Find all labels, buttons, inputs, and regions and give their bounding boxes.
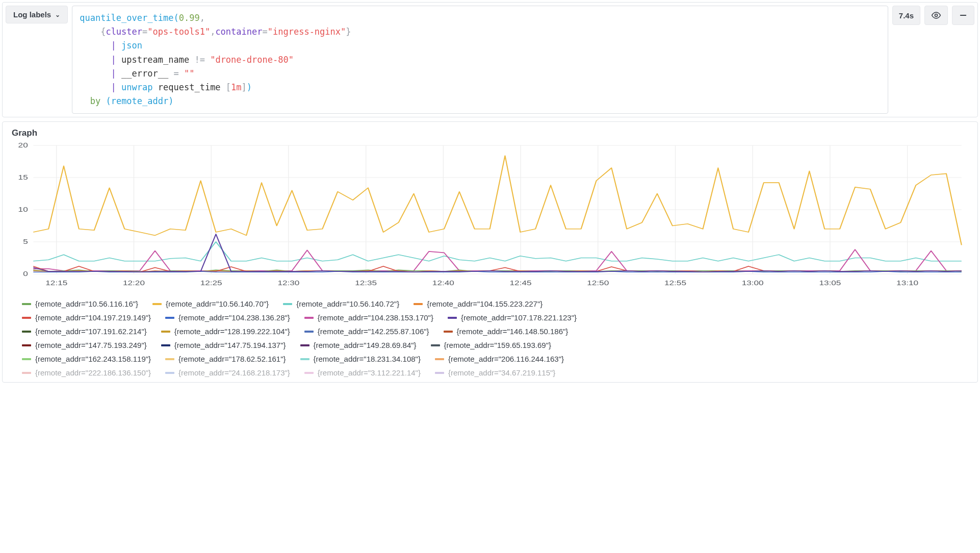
legend-label: {remote_addr="206.116.244.163"} — [448, 355, 564, 363]
legend-swatch — [300, 358, 310, 360]
legend-swatch — [152, 303, 162, 305]
legend-item[interactable]: {remote_addr="159.65.193.69"} — [431, 341, 551, 349]
legend-swatch — [161, 344, 170, 346]
svg-text:13:00: 13:00 — [742, 279, 764, 287]
legend-swatch — [22, 344, 31, 346]
legend-swatch — [300, 344, 310, 346]
legend-swatch — [22, 303, 31, 305]
remove-query-button[interactable] — [952, 6, 974, 25]
svg-text:15: 15 — [18, 173, 28, 181]
legend-swatch — [444, 331, 453, 333]
legend-swatch — [165, 317, 174, 319]
svg-text:20: 20 — [18, 141, 28, 149]
minus-icon — [959, 11, 968, 20]
legend-item[interactable]: {remote_addr="222.186.136.150"} — [22, 368, 151, 377]
legend-item[interactable]: {remote_addr="147.75.194.137"} — [161, 341, 286, 349]
legend-label: {remote_addr="107.178.221.123"} — [461, 313, 577, 322]
svg-text:12:45: 12:45 — [510, 279, 532, 287]
legend-row: {remote_addr="104.197.219.149"}{remote_a… — [22, 313, 968, 322]
legend-item[interactable]: {remote_addr="104.238.136.28"} — [165, 313, 290, 322]
svg-text:0: 0 — [23, 270, 28, 278]
legend-swatch — [165, 372, 174, 374]
toggle-visibility-button[interactable] — [924, 6, 948, 25]
legend-label: {remote_addr="34.67.219.115"} — [448, 368, 555, 377]
legend-item[interactable]: {remote_addr="107.178.221.123"} — [448, 313, 577, 322]
log-labels-text: Log labels — [13, 10, 51, 19]
legend-label: {remote_addr="149.28.69.84"} — [314, 341, 417, 349]
legend-swatch — [22, 358, 31, 360]
graph-panel: Graph 0510152012:1512:2012:2512:3012:351… — [2, 121, 978, 383]
legend-item[interactable]: {remote_addr="178.62.52.161"} — [165, 355, 286, 363]
legend-label: {remote_addr="18.231.34.108"} — [314, 355, 421, 363]
legend-item[interactable]: {remote_addr="107.191.62.214"} — [22, 327, 147, 336]
query-time-badge: 7.4s — [892, 6, 920, 25]
legend-item[interactable]: {remote_addr="104.155.223.227"} — [414, 299, 543, 308]
graph-title: Graph — [12, 128, 968, 138]
legend-row: {remote_addr="222.186.136.150"}{remote_a… — [22, 368, 968, 377]
legend-label: {remote_addr="147.75.193.249"} — [35, 341, 147, 349]
chevron-down-icon: ⌄ — [55, 11, 60, 18]
svg-text:12:30: 12:30 — [277, 279, 299, 287]
legend-item[interactable]: {remote_addr="142.255.87.106"} — [304, 327, 429, 336]
legend-item[interactable]: {remote_addr="10.56.116.16"} — [22, 299, 138, 308]
legend-item[interactable]: {remote_addr="162.243.158.119"} — [22, 355, 151, 363]
svg-text:12:50: 12:50 — [587, 279, 609, 287]
query-editor-panel: Log labels ⌄ quantile_over_time(0.99, {c… — [2, 2, 978, 117]
query-time-text: 7.4s — [899, 11, 914, 20]
legend-label: {remote_addr="128.199.222.104"} — [174, 327, 290, 336]
eye-icon — [931, 10, 941, 20]
legend-item[interactable]: {remote_addr="3.112.221.14"} — [304, 368, 421, 377]
svg-text:13:10: 13:10 — [896, 279, 918, 287]
legend-item[interactable]: {remote_addr="128.199.222.104"} — [161, 327, 290, 336]
legend-item[interactable]: {remote_addr="24.168.218.173"} — [165, 368, 290, 377]
legend-label: {remote_addr="142.255.87.106"} — [318, 327, 429, 336]
legend-swatch — [22, 331, 31, 333]
legend-swatch — [283, 303, 292, 305]
legend-item[interactable]: {remote_addr="206.116.244.163"} — [435, 355, 564, 363]
svg-point-0 — [935, 14, 938, 17]
legend-item[interactable]: {remote_addr="10.56.140.70"} — [152, 299, 269, 308]
query-actions: 7.4s — [892, 6, 974, 25]
legend-label: {remote_addr="10.56.116.16"} — [35, 299, 138, 308]
legend-label: {remote_addr="146.148.50.186"} — [457, 327, 569, 336]
query-input[interactable]: quantile_over_time(0.99, {cluster="ops-t… — [72, 6, 888, 114]
legend-label: {remote_addr="162.243.158.119"} — [35, 355, 151, 363]
legend-swatch — [22, 372, 31, 374]
svg-text:13:05: 13:05 — [819, 279, 841, 287]
legend-label: {remote_addr="104.238.153.170"} — [318, 313, 433, 322]
legend-row: {remote_addr="147.75.193.249"}{remote_ad… — [22, 341, 968, 349]
legend-label: {remote_addr="24.168.218.173"} — [178, 368, 290, 377]
legend-swatch — [435, 372, 444, 374]
log-labels-button[interactable]: Log labels ⌄ — [6, 6, 68, 23]
legend-label: {remote_addr="222.186.136.150"} — [35, 368, 151, 377]
legend-swatch — [22, 317, 31, 319]
legend-label: {remote_addr="178.62.52.161"} — [178, 355, 286, 363]
svg-text:12:20: 12:20 — [123, 279, 145, 287]
legend-item[interactable]: {remote_addr="104.238.153.170"} — [304, 313, 433, 322]
legend-item[interactable]: {remote_addr="34.67.219.115"} — [435, 368, 555, 377]
legend-item[interactable]: {remote_addr="147.75.193.249"} — [22, 341, 147, 349]
legend-item[interactable]: {remote_addr="10.56.140.72"} — [283, 299, 399, 308]
legend-swatch — [448, 317, 457, 319]
svg-text:12:35: 12:35 — [355, 279, 377, 287]
legend-label: {remote_addr="10.56.140.72"} — [296, 299, 399, 308]
svg-text:12:40: 12:40 — [432, 279, 454, 287]
legend-row: {remote_addr="162.243.158.119"}{remote_a… — [22, 355, 968, 363]
chart-area[interactable]: 0510152012:1512:2012:2512:3012:3512:4012… — [12, 141, 968, 289]
legend-label: {remote_addr="3.112.221.14"} — [318, 368, 421, 377]
legend-label: {remote_addr="10.56.140.70"} — [166, 299, 269, 308]
legend-swatch — [304, 331, 314, 333]
legend-swatch — [161, 331, 170, 333]
legend-swatch — [414, 303, 423, 305]
legend-item[interactable]: {remote_addr="104.197.219.149"} — [22, 313, 151, 322]
legend-swatch — [435, 358, 444, 360]
svg-text:12:25: 12:25 — [200, 279, 222, 287]
legend-item[interactable]: {remote_addr="18.231.34.108"} — [300, 355, 421, 363]
legend-label: {remote_addr="107.191.62.214"} — [35, 327, 147, 336]
legend-swatch — [431, 344, 440, 346]
legend-label: {remote_addr="104.155.223.227"} — [427, 299, 543, 308]
legend-label: {remote_addr="104.197.219.149"} — [35, 313, 151, 322]
legend-item[interactable]: {remote_addr="149.28.69.84"} — [300, 341, 417, 349]
legend-item[interactable]: {remote_addr="146.148.50.186"} — [444, 327, 569, 336]
legend-label: {remote_addr="147.75.194.137"} — [174, 341, 286, 349]
